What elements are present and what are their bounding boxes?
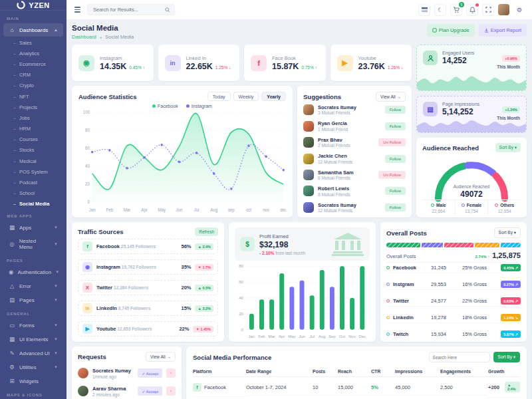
export-report-button[interactable]: Export Report (479, 24, 527, 37)
tab-today[interactable]: Today (207, 92, 231, 101)
sidebar-item-ui-elements[interactable]: ▦UI Elements▼ (3, 332, 63, 346)
svg-text:Feb: Feb (106, 207, 114, 211)
engaged-users-badge: +0.96% (502, 55, 520, 62)
table-cell-growth: +200▲ 2.4% (488, 377, 520, 398)
sidebar-item-social-media[interactable]: –Social Media (0, 199, 66, 209)
suggestion-row: Ryan Gercia1 Mutual FriendFollow (303, 119, 406, 132)
chevron-down-icon: ▼ (54, 323, 58, 327)
sidebar-item-crm[interactable]: –CRM (0, 70, 66, 80)
sidebar-item-nft[interactable]: –NFT (0, 91, 66, 102)
sidebar-child-label: Medical (19, 158, 37, 164)
hamburger-menu-icon[interactable] (73, 5, 82, 13)
sidebar-item-nested-menu[interactable]: ◎Nested Menu▼ (3, 235, 63, 253)
traffic-share: 35% (181, 264, 191, 270)
sidebar-item-podcast[interactable]: –Podcast (0, 177, 66, 188)
breadcrumb-current: Social Media (105, 34, 134, 40)
performance-search-input[interactable] (429, 352, 490, 362)
table-row-platform: fFacebook (193, 378, 246, 397)
sidebar-item-ecommerce[interactable]: –Ecommerce (0, 59, 66, 69)
breadcrumb-dashboard[interactable]: Dashboard (72, 34, 96, 40)
requests-view-all-button[interactable]: View All → (146, 352, 176, 362)
facebook-icon: f (82, 241, 92, 251)
chevron-down-icon: ▼ (54, 337, 58, 341)
traffic-share: 56% (181, 243, 191, 249)
engaged-users-value: 14,252 (442, 56, 474, 65)
unfollow-button[interactable]: Un Follow (378, 138, 406, 146)
unfollow-button[interactable]: Un Follow (378, 171, 406, 179)
delete-request-button[interactable] (166, 386, 176, 396)
sidebar: YZEN MAIN⌂Dashboards▲–Sales–Analytics–Ec… (0, 0, 66, 399)
svg-text:Oct: Oct (339, 334, 346, 338)
sidebar-item-stocks[interactable]: –Stocks (0, 145, 66, 156)
sidebar-item-forms[interactable]: ▭Forms▼ (3, 319, 63, 332)
dark-mode-moon-icon[interactable]: ☾ (434, 4, 446, 16)
search-input[interactable] (92, 6, 162, 13)
youtube-icon: ▶ (337, 55, 353, 71)
performance-sort-button[interactable]: Sort By ▾ (493, 352, 520, 362)
sidebar-item-sales[interactable]: –Sales (0, 37, 66, 48)
follow-button[interactable]: Follow (385, 106, 406, 114)
sidebar-item-hrm[interactable]: –HRM (0, 124, 66, 134)
suggestion-row: Socrates Itumay12 Mutual FriendsFollow (303, 201, 406, 214)
breadcrumb: Dashboard » Social Media (72, 34, 134, 40)
sidebar-item-school[interactable]: –School (0, 188, 66, 199)
follow-button[interactable]: Follow (385, 187, 406, 195)
refresh-button[interactable]: Refresh (195, 227, 218, 236)
sidebar-item-widgets[interactable]: ⊞Widgets (3, 374, 63, 388)
user-avatar[interactable] (498, 4, 509, 15)
sidebar-item-pos-system[interactable]: –POS System (0, 166, 66, 177)
sidebar-item-analytics[interactable]: –Analytics (0, 48, 66, 59)
suggestions-view-all-button[interactable]: View All → (376, 92, 406, 102)
follow-button[interactable]: Follow (385, 122, 406, 130)
sidebar-item-medical[interactable]: –Medical (0, 156, 66, 166)
traffic-share: 15% (181, 305, 191, 311)
settings-gear-icon[interactable]: ⚙ (513, 4, 525, 16)
plan-upgrade-button[interactable]: Plan Upgrade (427, 24, 475, 37)
svg-text:100: 100 (83, 110, 90, 114)
dash-bullet-icon: – (13, 72, 16, 77)
brand[interactable]: YZEN (0, 0, 66, 11)
language-flag-icon[interactable] (418, 4, 430, 16)
overall-post-row-twitter: Twitter24,57722% Gross0.63% ↗ (386, 296, 521, 307)
sidebar-section-label: MAIN (0, 12, 66, 23)
cart-icon[interactable]: 5 (450, 4, 462, 16)
traffic-share: 22% (179, 326, 189, 332)
nested-menu-icon: ◎ (9, 241, 15, 247)
reach-legend-others: Others12,654 (488, 200, 521, 215)
sidebar-item-dashboards[interactable]: ⌂Dashboards▲ (3, 23, 63, 37)
dash-bullet-icon: – (13, 51, 16, 56)
table-cell-impressions: 45,000 (395, 380, 440, 396)
search-icon[interactable] (165, 7, 170, 13)
sidebar-item-apps[interactable]: ▦Apps▼ (3, 221, 63, 234)
sidebar-item-utilities[interactable]: ⚙Utilities▼ (3, 360, 63, 374)
accept-button[interactable]: ✓ Accept (138, 368, 162, 378)
suggestion-text: Prax Bhav2 Mutual Friends (318, 137, 350, 148)
tab-yearly[interactable]: Yearly (261, 92, 286, 101)
follow-button[interactable]: Follow (385, 155, 406, 163)
column-header-date-range: Date Range (246, 366, 313, 377)
sidebar-item-authentication[interactable]: ◉Authentication▼ (3, 265, 63, 279)
sidebar-item-projects[interactable]: –Projects (0, 102, 66, 112)
progress-segment-facebook (386, 243, 420, 247)
audience-tabs: TodayWeeklyYearly (207, 92, 286, 101)
sidebar-item-courses[interactable]: –Courses (0, 134, 66, 145)
svg-text:60: 60 (239, 280, 243, 284)
tab-weekly[interactable]: Weekly (233, 92, 259, 101)
notifications-bell-icon[interactable] (466, 4, 478, 16)
advanced-ui-icon: ✎ (9, 350, 15, 356)
sidebar-item-error[interactable]: △Error▼ (3, 279, 63, 293)
delete-request-button[interactable] (166, 368, 176, 378)
platform-name: Facebook (204, 384, 226, 390)
sidebar-child-label: Sales (19, 40, 32, 46)
follow-button[interactable]: Follow (385, 203, 406, 211)
sidebar-item-pages[interactable]: ▤Pages▼ (3, 293, 63, 307)
overall-posts-sort-button[interactable]: Sort By ▾ (494, 227, 521, 238)
avatar (303, 186, 314, 196)
svg-text:40: 40 (85, 164, 90, 168)
sidebar-item-crypto[interactable]: –Crypto (0, 80, 66, 91)
sidebar-item-jobs[interactable]: –Jobs (0, 112, 66, 123)
fullscreen-icon[interactable] (482, 4, 494, 16)
sidebar-item-advanced-ui[interactable]: ✎Advanced UI▼ (3, 346, 63, 360)
accept-button[interactable]: ✓ Accept (138, 386, 162, 396)
svg-text:Apr: Apr (141, 207, 148, 212)
